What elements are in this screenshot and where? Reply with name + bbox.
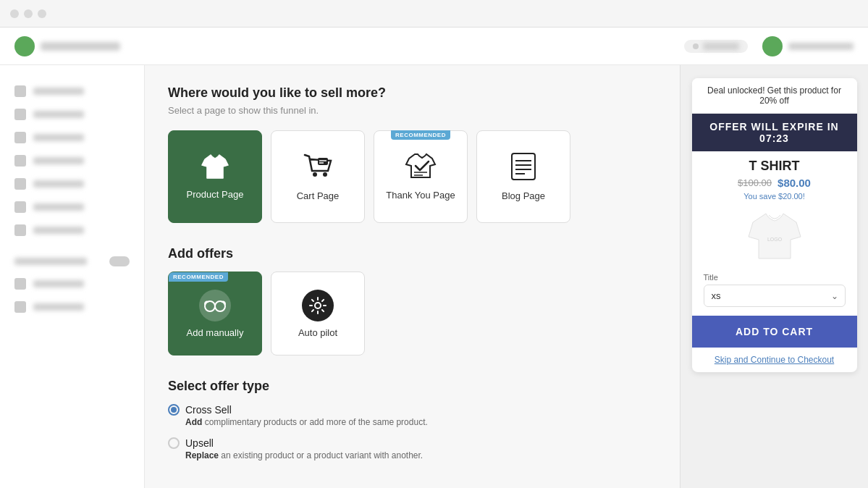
cross-sell-desc: Add complimentary products or add more o… (185, 417, 657, 427)
pill-text (703, 43, 739, 50)
sidebar-toggle[interactable] (109, 256, 130, 266)
sidebar-label-analytics (33, 180, 84, 188)
preview-deal-text: Deal unlocked! Get this product for 20% … (692, 78, 857, 114)
sidebar-label-discounts (33, 203, 84, 211)
orders-icon (14, 109, 26, 120)
sidebar-label-online-store (33, 280, 84, 287)
account-label (788, 43, 854, 50)
preview-select-wrapper[interactable]: xs s m l xl ⌄ (704, 285, 846, 307)
recommended-badge-thank-you: RECOMMENDED (391, 130, 450, 140)
thank-you-page-icon (405, 153, 437, 184)
preview-product-title: T SHIRT (692, 159, 857, 174)
add-manually-label: Add manually (187, 327, 244, 338)
close-button[interactable] (10, 9, 19, 18)
logo-icon (14, 36, 35, 56)
offer-type-heading: Select offer type (168, 379, 657, 394)
radio-cross-sell[interactable] (168, 404, 180, 416)
skip-checkout-link[interactable]: Skip and Continue to Checkout (692, 348, 857, 372)
avatar-icon (762, 36, 783, 56)
sidebar-label-pos (33, 303, 84, 311)
logo-text (41, 42, 120, 51)
radio-item-upsell[interactable]: Upsell Replace an existing product or a … (168, 437, 657, 460)
sidebar (0, 65, 145, 488)
apps-icon (14, 224, 26, 236)
pill-dot (693, 43, 699, 49)
preview-title-label: Title (692, 273, 857, 285)
minimize-button[interactable] (24, 9, 33, 18)
nav-logo (14, 36, 120, 56)
radio-group-offer-type: Cross Sell Add complimentary products or… (168, 404, 657, 460)
discounts-icon (14, 201, 26, 213)
auto-pilot-icon (302, 290, 334, 321)
svg-rect-10 (512, 153, 535, 180)
products-icon (14, 132, 26, 143)
card-cart-page[interactable]: Cart Page (271, 130, 365, 223)
add-manually-icon (199, 290, 231, 321)
recommended-badge-manual: RECOMMENDED (169, 272, 228, 282)
sidebar-label-home (33, 88, 84, 95)
cross-sell-label: Cross Sell (185, 404, 232, 416)
sidebar-label-apps (33, 227, 84, 234)
product-page-icon (201, 153, 229, 183)
add-offers-heading: Add offers (168, 246, 657, 261)
svg-point-3 (313, 172, 317, 177)
blog-page-icon (510, 152, 536, 185)
thank-you-page-label: Thank You Page (386, 190, 455, 201)
sidebar-item-products[interactable] (0, 126, 144, 149)
sidebar-item-analytics[interactable] (0, 172, 144, 195)
maximize-button[interactable] (38, 9, 46, 18)
cross-sell-desc-bold: Add (185, 417, 202, 427)
upsell-desc-bold: Replace (185, 450, 219, 460)
svg-point-18 (315, 303, 321, 308)
svg-point-16 (215, 301, 225, 311)
sidebar-label-orders (33, 111, 84, 118)
add-to-cart-button[interactable]: ADD TO CART (692, 316, 857, 348)
sidebar-item-online-store[interactable] (0, 272, 144, 295)
nav-pill[interactable] (684, 40, 748, 53)
svg-point-15 (205, 301, 215, 311)
preview-pricing: $100.00 $80.00 (692, 177, 857, 189)
card-product-page[interactable]: Product Page (168, 130, 262, 223)
svg-rect-5 (318, 158, 328, 165)
product-image: LOGO (692, 206, 857, 264)
sidebar-item-customers[interactable] (0, 149, 144, 172)
price-sale: $80.00 (778, 177, 811, 189)
preview-timer: OFFER WILL EXPIRE IN 07:23 (692, 114, 857, 151)
offer-card-autopilot[interactable]: Auto pilot (271, 272, 365, 356)
sidebar-label-customers (33, 157, 84, 164)
sidebar-section-sales (0, 251, 144, 272)
svg-text:LOGO: LOGO (767, 237, 782, 242)
sidebar-label-products (33, 134, 84, 141)
upsell-label: Upsell (185, 437, 214, 449)
sidebar-item-discounts[interactable] (0, 195, 144, 219)
sidebar-item-pos[interactable] (0, 295, 144, 319)
home-icon (14, 85, 26, 97)
top-nav (0, 28, 868, 65)
product-page-label: Product Page (187, 189, 244, 200)
page-cards-row: Product Page Cart Page (168, 130, 657, 223)
card-blog-page[interactable]: Blog Page (476, 130, 570, 223)
sales-channels-label (14, 258, 87, 265)
offer-cards-row: RECOMMENDED Add manually (168, 272, 657, 356)
upsell-desc-text: an existing product or a product variant… (219, 450, 423, 460)
page-heading: Where would you like to sell more? (168, 85, 657, 101)
sidebar-item-orders[interactable] (0, 103, 144, 126)
page-subheading: Select a page to show this funnel in. (168, 105, 657, 116)
analytics-icon (14, 178, 26, 190)
cross-sell-desc-text: complimentary products or add more of th… (202, 417, 427, 427)
price-save: You save $20.00! (692, 192, 857, 201)
cart-page-icon (302, 152, 334, 185)
radio-upsell[interactable] (168, 437, 180, 449)
card-thank-you-page[interactable]: RECOMMENDED Thank You Page (374, 130, 468, 223)
blog-page-label: Blog Page (502, 190, 545, 201)
sidebar-item-apps[interactable] (0, 219, 144, 242)
preview-panel: Deal unlocked! Get this product for 20% … (680, 65, 868, 488)
title-select[interactable]: xs s m l xl (704, 285, 846, 307)
window-chrome (0, 0, 868, 28)
nav-account[interactable] (762, 36, 854, 56)
sidebar-item-home[interactable] (0, 80, 144, 103)
radio-item-cross-sell[interactable]: Cross Sell Add complimentary products or… (168, 404, 657, 427)
svg-point-4 (323, 172, 327, 177)
offer-card-manual[interactable]: RECOMMENDED Add manually (168, 272, 262, 356)
price-original: $100.00 (738, 177, 772, 188)
